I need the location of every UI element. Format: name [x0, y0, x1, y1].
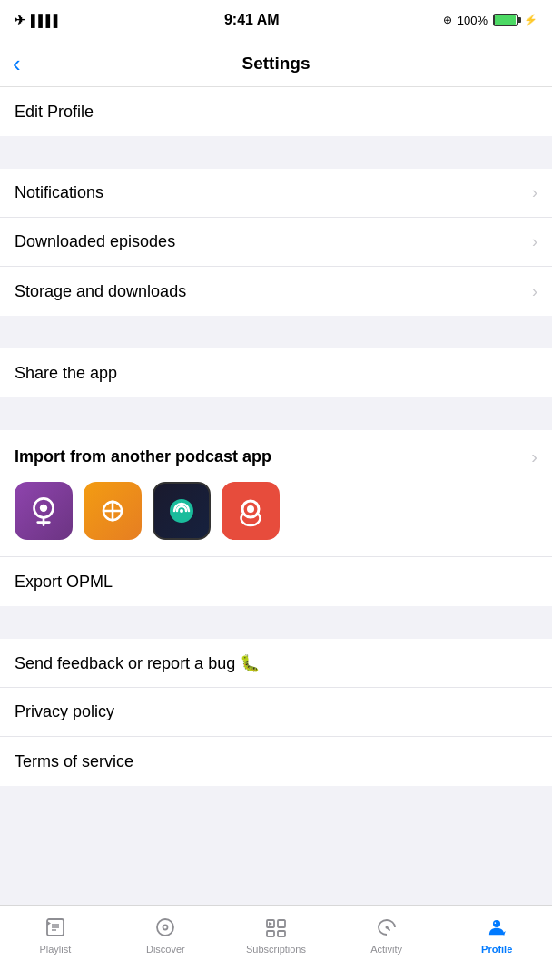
status-time: 9:41 AM [224, 12, 280, 28]
tab-subscriptions[interactable]: Subscriptions [221, 915, 331, 955]
svg-point-26 [495, 922, 497, 924]
edit-profile-item[interactable]: Edit Profile [0, 87, 552, 136]
svg-marker-16 [47, 921, 51, 926]
nav-header: ‹ Settings [0, 40, 552, 87]
section-divider-4 [0, 606, 552, 639]
storage-downloads-item[interactable]: Storage and downloads › [0, 267, 552, 316]
pocket-casts-icon[interactable] [153, 482, 211, 540]
section-profile: Edit Profile [0, 87, 552, 136]
battery-percent: 100% [458, 14, 488, 27]
downloaded-episodes-chevron: › [532, 232, 537, 251]
apple-podcasts-icon[interactable] [15, 482, 73, 540]
section-main: Notifications › Downloaded episodes › St… [0, 169, 552, 316]
section-export: Export OPML [0, 557, 552, 606]
airplane-icon: ✈ [15, 13, 25, 27]
svg-point-1 [40, 505, 47, 512]
svg-point-18 [163, 926, 168, 930]
castro-icon[interactable] [222, 482, 280, 540]
section-share: Share the app [0, 348, 552, 397]
battery-icon [493, 14, 518, 26]
activity-icon [374, 915, 399, 940]
tab-playlist[interactable]: Playlist [0, 915, 111, 955]
section-import: Import from another podcast app › [0, 430, 552, 557]
svg-rect-22 [278, 931, 285, 936]
send-feedback-item[interactable]: Send feedback or report a bug 🐛 [0, 639, 552, 688]
storage-downloads-chevron: › [532, 282, 537, 301]
downloaded-episodes-item[interactable]: Downloaded episodes › [0, 218, 552, 267]
section-divider-1 [0, 136, 552, 169]
import-container: Import from another podcast app › [0, 430, 552, 557]
status-left: ✈ ▌▌▌▌ [15, 13, 61, 27]
status-right: ⊕ 100% ⚡ [443, 14, 537, 27]
import-icons-row [15, 482, 537, 540]
storage-downloads-label: Storage and downloads [15, 282, 532, 301]
svg-rect-20 [278, 920, 285, 927]
privacy-policy-item[interactable]: Privacy policy [0, 688, 552, 737]
section-divider-2 [0, 316, 552, 348]
battery-fill [495, 15, 516, 24]
content-scroll: Edit Profile Notifications › Downloaded … [0, 87, 552, 867]
svg-point-17 [157, 919, 173, 936]
status-bar: ✈ ▌▌▌▌ 9:41 AM ⊕ 100% ⚡ [0, 0, 552, 40]
tab-discover-label: Discover [146, 944, 185, 955]
charging-icon: ⚡ [524, 14, 537, 26]
signal-icon: ▌▌▌▌ [31, 14, 61, 27]
discover-icon [153, 915, 178, 940]
import-header: Import from another podcast app › [15, 446, 537, 467]
send-feedback-label: Send feedback or report a bug 🐛 [15, 653, 537, 673]
import-chevron: › [531, 446, 537, 467]
tab-activity-label: Activity [370, 944, 402, 955]
tab-subscriptions-label: Subscriptions [246, 944, 306, 955]
svg-point-25 [493, 920, 500, 927]
notifications-item[interactable]: Notifications › [0, 169, 552, 218]
svg-rect-21 [267, 931, 274, 936]
notifications-label: Notifications [15, 183, 532, 202]
svg-point-9 [180, 509, 183, 513]
export-opml-item[interactable]: Export OPML [0, 557, 552, 606]
svg-point-11 [247, 505, 254, 513]
tab-bar: Playlist Discover Subscriptions [0, 905, 552, 980]
tab-profile-label: Profile [481, 944, 512, 955]
tab-activity[interactable]: Activity [331, 915, 442, 955]
export-opml-label: Export OPML [15, 573, 537, 592]
section-misc: Send feedback or report a bug 🐛 Privacy … [0, 639, 552, 786]
share-app-item[interactable]: Share the app [0, 348, 552, 397]
terms-of-service-item[interactable]: Terms of service [0, 737, 552, 786]
downloaded-episodes-label: Downloaded episodes [15, 232, 532, 251]
page-title: Settings [242, 54, 310, 74]
back-button[interactable]: ‹ [13, 52, 21, 75]
lock-icon: ⊕ [443, 14, 452, 26]
import-title: Import from another podcast app [15, 447, 271, 466]
tab-discover[interactable]: Discover [111, 915, 222, 955]
subscriptions-icon [263, 915, 289, 940]
notifications-chevron: › [532, 183, 537, 202]
playlist-icon [43, 915, 68, 940]
section-divider-3 [0, 397, 552, 430]
svg-marker-23 [269, 922, 272, 926]
tab-playlist-label: Playlist [39, 944, 71, 955]
share-app-label: Share the app [15, 364, 537, 383]
overcast-icon[interactable] [84, 482, 142, 540]
terms-of-service-label: Terms of service [15, 752, 537, 771]
svg-point-24 [385, 926, 388, 929]
tab-profile[interactable]: Profile [441, 915, 552, 955]
privacy-policy-label: Privacy policy [15, 702, 537, 721]
profile-icon [484, 915, 509, 940]
edit-profile-label: Edit Profile [15, 103, 537, 122]
